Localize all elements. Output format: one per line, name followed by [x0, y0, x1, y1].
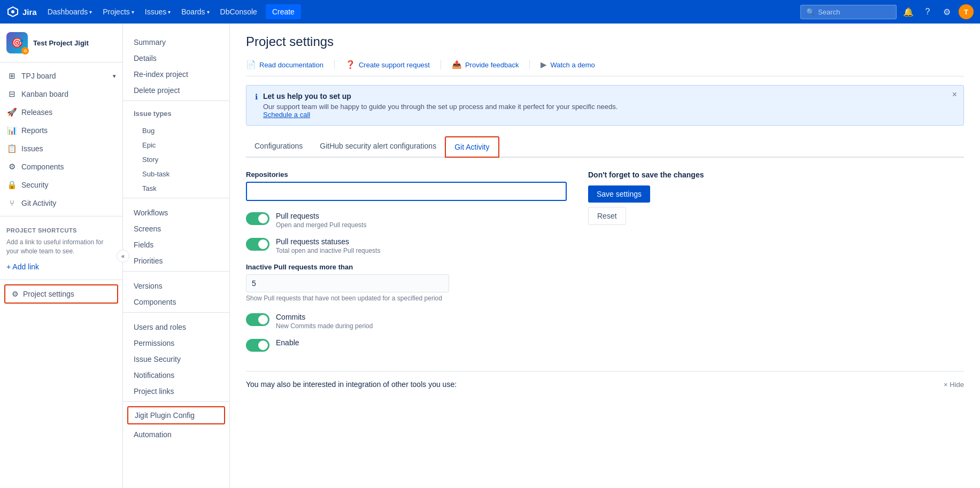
nav-projects[interactable]: Projects ▾ — [98, 0, 138, 24]
mid-nav-epic[interactable]: Epic — [123, 138, 229, 152]
repositories-select[interactable] — [246, 182, 567, 201]
collapse-sidebar-button[interactable]: « — [117, 250, 129, 262]
sidebar-item-issues[interactable]: 📋 Issues — [0, 140, 122, 158]
search-box[interactable]: 🔍 Search — [800, 5, 897, 19]
settings-icon: ⚙ — [12, 290, 19, 298]
sidebar-item-reports[interactable]: 📊 Reports — [0, 121, 122, 140]
bottom-banner: You may also be interested in integratio… — [246, 371, 964, 389]
mid-nav-group-issue-types: Bug Epic Story Sub-task Task — [123, 121, 229, 198]
chevron-down-icon: ▾ — [207, 9, 210, 15]
quick-link-documentation[interactable]: 📄 Read documentation — [246, 60, 335, 69]
shortcuts-title: PROJECT SHORTCUTS — [6, 227, 116, 234]
info-banner: ℹ Let us help you to set up Our support … — [246, 85, 964, 126]
mid-nav-priorities[interactable]: Priorities — [123, 253, 229, 269]
save-settings-button[interactable]: Save settings — [588, 185, 650, 203]
sidebar-item-kanban-board[interactable]: ⊟ Kanban board — [0, 85, 122, 103]
play-icon: ▶ — [541, 60, 547, 69]
top-navigation: Jira Dashboards ▾ Projects ▾ Issues ▾ Bo… — [0, 0, 980, 24]
mid-nav-screens[interactable]: Screens — [123, 221, 229, 237]
save-section: Don't forget to save the changes Save se… — [588, 171, 704, 225]
banner-text: Our support team will be happy to guide … — [263, 103, 955, 119]
create-button[interactable]: Create — [266, 4, 301, 19]
left-sidebar: 🎯 ⚙ Test Project Jigit ⊞ TPJ board ▾ ⊟ K… — [0, 24, 123, 488]
nav-boards[interactable]: Boards ▾ — [177, 0, 213, 24]
chevron-down-icon: ▾ — [89, 9, 92, 15]
git-activity-icon: ⑂ — [6, 198, 17, 207]
mid-nav-jigit-config[interactable]: Jigit Plugin Config — [127, 406, 225, 424]
add-link[interactable]: + Add link — [6, 260, 116, 273]
sidebar-item-security[interactable]: 🔒 Security — [0, 176, 122, 194]
quick-link-demo[interactable]: ▶ Watch a demo — [530, 60, 605, 69]
mid-nav-project-links[interactable]: Project links — [123, 383, 229, 399]
repositories-label: Repositories — [246, 171, 567, 179]
toggle-row-enable: Enable — [246, 338, 567, 352]
content-right: Don't forget to save the changes Save se… — [588, 171, 704, 360]
mid-nav-details[interactable]: Details — [123, 50, 229, 66]
releases-icon: 🚀 — [6, 107, 17, 117]
sidebar-divider — [0, 216, 122, 216]
banner-close-button[interactable]: × — [952, 90, 957, 99]
inactive-pr-label: Inactive Pull requests more than — [246, 263, 567, 271]
mid-nav-notifications[interactable]: Notifications — [123, 367, 229, 383]
mid-nav-group-mid2: Versions Components — [123, 276, 229, 313]
nav-issues[interactable]: Issues ▾ — [141, 0, 175, 24]
mid-nav-workflows[interactable]: Workflows — [123, 205, 229, 221]
search-icon: 🔍 — [806, 8, 815, 16]
project-header: 🎯 ⚙ Test Project Jigit — [0, 24, 122, 63]
hide-button[interactable]: × Hide — [944, 381, 964, 389]
help-icon[interactable]: ? — [920, 4, 935, 19]
tab-github-security[interactable]: GitHub security alert configurations — [311, 136, 445, 158]
mid-nav-permissions[interactable]: Permissions — [123, 335, 229, 351]
mid-nav-bug[interactable]: Bug — [123, 123, 229, 138]
mid-nav-fields[interactable]: Fields — [123, 237, 229, 253]
mid-nav-components[interactable]: Components — [123, 294, 229, 310]
settings-icon[interactable]: ⚙ — [939, 4, 954, 19]
components-icon: ⚙ — [6, 162, 17, 172]
notifications-icon[interactable]: 🔔 — [901, 4, 916, 19]
reset-button[interactable]: Reset — [588, 207, 626, 225]
mid-nav-delete[interactable]: Delete project — [123, 82, 229, 98]
sidebar-item-project-settings[interactable]: ⚙ Project settings — [4, 284, 118, 304]
toggle-label-group-pull-requests: Pull requests Open and merged Pull reque… — [276, 212, 567, 229]
nav-dbconsole[interactable]: DbConsole — [216, 0, 261, 24]
schedule-call-link[interactable]: Schedule a call — [263, 111, 310, 119]
inactive-pr-group: Inactive Pull requests more than Show Pu… — [246, 263, 567, 302]
save-title: Don't forget to save the changes — [588, 171, 704, 179]
toggle-row-pull-requests-statuses: Pull requests statuses Total open and in… — [246, 237, 567, 254]
tab-configurations[interactable]: Configurations — [246, 136, 311, 158]
mid-nav-summary[interactable]: Summary — [123, 34, 229, 50]
jira-logo[interactable]: Jira — [6, 5, 37, 18]
sidebar-item-components[interactable]: ⚙ Components — [0, 158, 122, 176]
user-avatar[interactable]: T — [959, 4, 974, 19]
mid-nav-automation[interactable]: Automation — [123, 427, 229, 443]
quick-link-feedback[interactable]: 📤 Provide feedback — [441, 60, 530, 69]
mid-nav-reindex[interactable]: Re-index project — [123, 66, 229, 82]
doc-icon: 📄 — [246, 60, 256, 69]
mid-nav-issue-types: Issue types — [123, 105, 229, 121]
sidebar-item-releases[interactable]: 🚀 Releases — [0, 103, 122, 121]
pull-requests-statuses-toggle[interactable] — [246, 238, 269, 251]
sidebar-item-tpj-board[interactable]: ⊞ TPJ board ▾ — [0, 67, 122, 85]
toggle-row-pull-requests: Pull requests Open and merged Pull reque… — [246, 212, 567, 229]
mid-nav-group-mid: Workflows Screens Fields Priorities — [123, 203, 229, 272]
enable-toggle[interactable] — [246, 339, 269, 352]
toggle-label-group-pr-statuses: Pull requests statuses Total open and in… — [276, 237, 567, 254]
nav-dashboards[interactable]: Dashboards ▾ — [43, 0, 97, 24]
mid-nav-subtask[interactable]: Sub-task — [123, 167, 229, 181]
tab-git-activity[interactable]: Git Activity — [445, 136, 499, 158]
mid-nav-issue-security[interactable]: Issue Security — [123, 351, 229, 367]
shortcuts-desc: Add a link to useful information for you… — [6, 238, 116, 256]
sidebar-item-git-activity[interactable]: ⑂ Git Activity — [0, 194, 122, 212]
commits-toggle[interactable] — [246, 313, 269, 326]
mid-nav-story[interactable]: Story — [123, 152, 229, 167]
project-badge: ⚙ — [21, 47, 29, 55]
bottom-banner-text: You may also be interested in integratio… — [246, 380, 457, 389]
mid-nav-users-roles[interactable]: Users and roles — [123, 319, 229, 335]
inactive-pr-input[interactable] — [246, 274, 449, 292]
shortcuts-section: PROJECT SHORTCUTS Add a link to useful i… — [0, 221, 122, 275]
mid-nav-task[interactable]: Task — [123, 181, 229, 196]
mid-nav-versions[interactable]: Versions — [123, 278, 229, 294]
feedback-icon: 📤 — [452, 60, 462, 69]
quick-link-support[interactable]: ❓ Create support request — [335, 60, 441, 69]
pull-requests-toggle[interactable] — [246, 212, 269, 225]
